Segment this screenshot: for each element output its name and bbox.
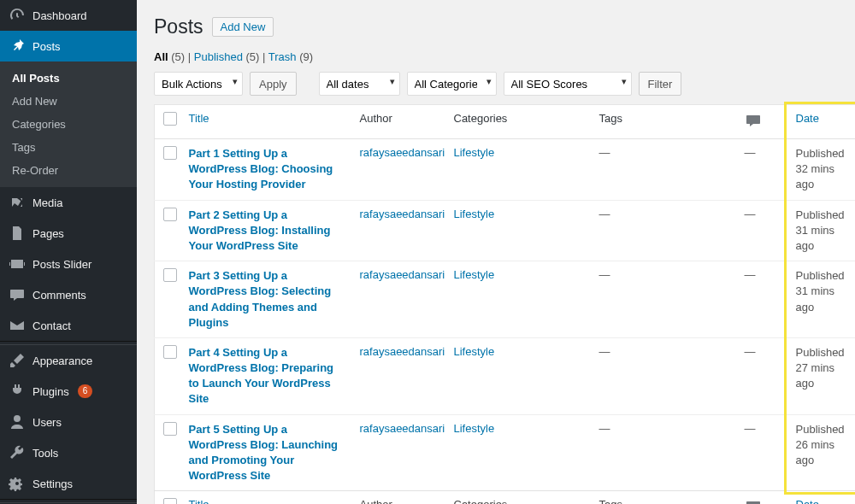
- category-link[interactable]: Lifestyle: [454, 146, 495, 159]
- sidebar-item-contact[interactable]: Contact: [0, 310, 137, 341]
- sidebar-item-posts[interactable]: Posts: [0, 31, 137, 62]
- sidebar-item-label: Tools: [32, 447, 58, 460]
- col-author: Author: [351, 105, 445, 139]
- dash-icon: [9, 7, 26, 24]
- row-checkbox[interactable]: [163, 268, 177, 282]
- filter-bar: Bulk Actions Apply All dates All Categor…: [154, 72, 838, 96]
- filter-button[interactable]: Filter: [639, 72, 682, 96]
- table-row: Part 4 Setting Up a WordPress Blog: Prep…: [155, 337, 856, 414]
- post-date: Published26 mins ago: [796, 422, 856, 469]
- row-checkbox[interactable]: [163, 208, 177, 221]
- user-icon: [9, 413, 26, 431]
- sidebar-sub-add-new[interactable]: Add New: [0, 90, 137, 113]
- post-title-link[interactable]: Part 2 Setting Up a WordPress Blog: Inst…: [189, 208, 331, 252]
- sidebar-item-media[interactable]: Media: [0, 187, 137, 218]
- col-title[interactable]: Title: [189, 112, 209, 125]
- table-row: Part 1 Setting Up a WordPress Blog: Choo…: [155, 139, 856, 201]
- sidebar-sub-re-order[interactable]: Re-Order: [0, 159, 137, 182]
- author-link[interactable]: rafaysaeedansari: [360, 345, 445, 358]
- sidebar-item-label: Media: [32, 196, 62, 209]
- post-title-link[interactable]: Part 5 Setting Up a WordPress Blog: Laun…: [189, 423, 339, 483]
- author-link[interactable]: rafaysaeedansari: [360, 146, 445, 159]
- table-row: Part 2 Setting Up a WordPress Blog: Inst…: [155, 200, 856, 261]
- category-link[interactable]: Lifestyle: [454, 422, 495, 435]
- col-categories: Categories: [445, 105, 591, 139]
- media-icon: [9, 194, 26, 211]
- pin-icon: [9, 38, 26, 55]
- col-date-foot[interactable]: Date: [796, 498, 819, 504]
- brush-icon: [9, 352, 26, 369]
- apply-button[interactable]: Apply: [250, 72, 297, 96]
- tags-empty: —: [599, 422, 610, 435]
- comments-empty: —: [745, 208, 756, 220]
- sidebar-item-label: Users: [32, 416, 62, 429]
- comments-empty: —: [745, 345, 756, 358]
- sidebar-item-appearance[interactable]: Appearance: [0, 345, 137, 376]
- view-all[interactable]: All: [154, 50, 168, 63]
- select-all-checkbox-foot[interactable]: [163, 498, 177, 504]
- author-link[interactable]: rafaysaeedansari: [360, 208, 445, 220]
- sidebar-item-tools[interactable]: Tools: [0, 437, 137, 468]
- author-link[interactable]: rafaysaeedansari: [360, 422, 445, 435]
- tags-empty: —: [599, 146, 610, 159]
- dates-select[interactable]: All dates: [319, 72, 400, 96]
- sidebar-item-dashboard[interactable]: Dashboard: [0, 0, 137, 31]
- col-title-foot[interactable]: Title: [189, 498, 209, 504]
- col-author-foot: Author: [351, 491, 445, 504]
- comment-icon: [9, 286, 26, 303]
- post-date: Published31 mins ago: [796, 268, 856, 315]
- sidebar-item-label: Appearance: [32, 355, 92, 367]
- select-all-checkbox[interactable]: [163, 112, 177, 126]
- category-link[interactable]: Lifestyle: [454, 345, 495, 358]
- slider-icon: [9, 255, 26, 273]
- update-badge: 6: [78, 384, 93, 398]
- author-link[interactable]: rafaysaeedansari: [360, 268, 445, 281]
- sidebar-item-pages[interactable]: Pages: [0, 218, 137, 249]
- sidebar-item-label: Posts Slider: [32, 258, 91, 271]
- category-link[interactable]: Lifestyle: [454, 208, 495, 220]
- sidebar-item-label: Comments: [32, 289, 86, 302]
- main-content: Posts Add New All (5) | Published (5) | …: [137, 0, 855, 504]
- view-published[interactable]: Published: [194, 50, 243, 63]
- mail-icon: [9, 317, 26, 334]
- page-title: Posts: [154, 15, 203, 38]
- post-date: Published31 mins ago: [796, 208, 856, 255]
- sidebar-sub-all-posts[interactable]: All Posts: [0, 67, 137, 90]
- row-checkbox[interactable]: [163, 422, 177, 436]
- post-date: Published32 mins ago: [796, 146, 856, 193]
- tags-empty: —: [599, 208, 610, 220]
- post-title-link[interactable]: Part 3 Setting Up a WordPress Blog: Sele…: [189, 269, 332, 329]
- sidebar-item-users[interactable]: Users: [0, 407, 137, 437]
- gear-icon: [9, 475, 26, 492]
- sidebar-item-label: Settings: [32, 478, 73, 490]
- sidebar-sub-tags[interactable]: Tags: [0, 136, 137, 159]
- sidebar-item-comments[interactable]: Comments: [0, 279, 137, 310]
- bulk-actions-select[interactable]: Bulk Actions: [154, 72, 243, 96]
- col-categories-foot: Categories: [445, 491, 591, 504]
- comments-icon: [745, 112, 762, 129]
- sidebar-item-settings[interactable]: Settings: [0, 468, 137, 499]
- table-row: Part 3 Setting Up a WordPress Blog: Sele…: [155, 261, 856, 338]
- sidebar-item-plugins[interactable]: Plugins6: [0, 376, 137, 407]
- sidebar-item-label: Contact: [32, 319, 71, 332]
- sidebar-sub-categories[interactable]: Categories: [0, 113, 137, 136]
- sidebar-item-label: Posts: [32, 40, 61, 53]
- view-trash[interactable]: Trash: [268, 50, 297, 63]
- col-date[interactable]: Date: [796, 112, 819, 125]
- sidebar-item-posts-slider[interactable]: Posts Slider: [0, 249, 137, 279]
- tags-empty: —: [599, 345, 610, 358]
- row-checkbox[interactable]: [163, 345, 177, 359]
- comments-icon: [745, 498, 762, 504]
- post-status-views: All (5) | Published (5) | Trash (9): [154, 50, 838, 63]
- add-new-button[interactable]: Add New: [212, 17, 274, 37]
- categories-select[interactable]: All Categories: [407, 72, 497, 96]
- sidebar-item-label: Dashboard: [32, 9, 87, 22]
- seo-select[interactable]: All SEO Scores: [504, 72, 632, 96]
- sidebar-item-label: Pages: [32, 227, 64, 240]
- comments-empty: —: [745, 146, 756, 159]
- category-link[interactable]: Lifestyle: [454, 268, 495, 281]
- row-checkbox[interactable]: [163, 146, 177, 160]
- post-title-link[interactable]: Part 4 Setting Up a WordPress Blog: Prep…: [189, 346, 334, 406]
- col-tags: Tags: [591, 105, 736, 139]
- post-title-link[interactable]: Part 1 Setting Up a WordPress Blog: Choo…: [189, 147, 333, 190]
